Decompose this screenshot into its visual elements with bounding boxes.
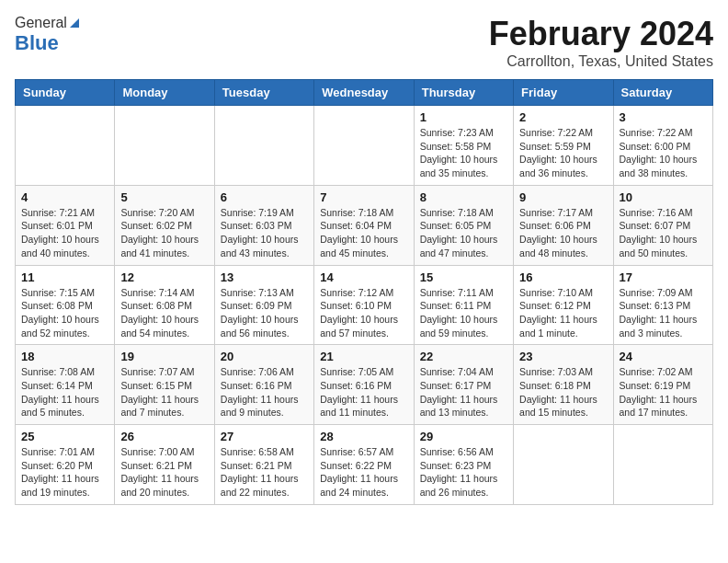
day-info: Sunrise: 7:22 AM Sunset: 6:00 PM Dayligh… xyxy=(620,126,707,180)
day-info: Sunrise: 7:20 AM Sunset: 6:02 PM Dayligh… xyxy=(120,206,208,260)
day-number: 14 xyxy=(320,270,407,284)
day-number: 29 xyxy=(420,430,507,443)
day-number: 5 xyxy=(120,190,208,204)
calendar-cell: 10Sunrise: 7:16 AM Sunset: 6:07 PM Dayli… xyxy=(613,185,712,265)
day-info: Sunrise: 7:03 AM Sunset: 6:18 PM Dayligh… xyxy=(519,365,607,419)
calendar-cell: 17Sunrise: 7:09 AM Sunset: 6:13 PM Dayli… xyxy=(613,265,712,345)
calendar-cell xyxy=(115,106,214,186)
day-info: Sunrise: 7:18 AM Sunset: 6:05 PM Dayligh… xyxy=(420,206,507,260)
day-info: Sunrise: 7:14 AM Sunset: 6:08 PM Dayligh… xyxy=(120,286,208,340)
day-number: 16 xyxy=(519,270,607,284)
day-of-week-header: Saturday xyxy=(613,80,712,106)
day-info: Sunrise: 7:05 AM Sunset: 6:16 PM Dayligh… xyxy=(320,365,407,419)
day-info: Sunrise: 7:22 AM Sunset: 5:59 PM Dayligh… xyxy=(519,126,607,180)
logo: General Blue xyxy=(15,15,81,55)
day-info: Sunrise: 7:15 AM Sunset: 6:08 PM Dayligh… xyxy=(21,286,108,340)
logo-blue-text: Blue xyxy=(15,31,59,55)
day-number: 27 xyxy=(221,430,308,443)
day-of-week-header: Tuesday xyxy=(214,80,313,106)
calendar-cell: 19Sunrise: 7:07 AM Sunset: 6:15 PM Dayli… xyxy=(115,345,214,425)
day-info: Sunrise: 7:21 AM Sunset: 6:01 PM Dayligh… xyxy=(21,206,108,260)
day-info: Sunrise: 6:58 AM Sunset: 6:21 PM Dayligh… xyxy=(221,445,308,500)
calendar-cell: 9Sunrise: 7:17 AM Sunset: 6:06 PM Daylig… xyxy=(514,185,613,265)
day-number: 1 xyxy=(420,110,507,124)
calendar-cell xyxy=(514,425,613,505)
day-info: Sunrise: 7:16 AM Sunset: 6:07 PM Dayligh… xyxy=(620,206,707,260)
day-number: 23 xyxy=(519,350,607,363)
day-of-week-header: Thursday xyxy=(414,80,513,106)
calendar-cell: 5Sunrise: 7:20 AM Sunset: 6:02 PM Daylig… xyxy=(115,185,214,265)
day-info: Sunrise: 7:02 AM Sunset: 6:19 PM Dayligh… xyxy=(620,365,707,419)
calendar-cell: 11Sunrise: 7:15 AM Sunset: 6:08 PM Dayli… xyxy=(16,265,115,345)
day-number: 4 xyxy=(21,190,108,204)
calendar-body: 1Sunrise: 7:23 AM Sunset: 5:58 PM Daylig… xyxy=(16,106,713,505)
subtitle: Carrollton, Texas, United States xyxy=(489,53,713,70)
title-section: February 2024 Carrollton, Texas, United … xyxy=(489,15,713,70)
day-info: Sunrise: 7:09 AM Sunset: 6:13 PM Dayligh… xyxy=(620,286,707,340)
day-number: 2 xyxy=(519,110,607,124)
calendar-cell: 27Sunrise: 6:58 AM Sunset: 6:21 PM Dayli… xyxy=(214,425,313,505)
calendar-cell: 21Sunrise: 7:05 AM Sunset: 6:16 PM Dayli… xyxy=(314,345,414,425)
calendar: SundayMondayTuesdayWednesdayThursdayFrid… xyxy=(15,79,713,505)
calendar-cell: 24Sunrise: 7:02 AM Sunset: 6:19 PM Dayli… xyxy=(613,345,712,425)
calendar-cell: 13Sunrise: 7:13 AM Sunset: 6:09 PM Dayli… xyxy=(214,265,313,345)
header: General Blue February 2024 Carrollton, T… xyxy=(15,15,713,70)
day-header-row: SundayMondayTuesdayWednesdayThursdayFrid… xyxy=(16,80,713,106)
calendar-week-row: 11Sunrise: 7:15 AM Sunset: 6:08 PM Dayli… xyxy=(16,265,713,345)
day-number: 6 xyxy=(221,190,308,204)
day-of-week-header: Monday xyxy=(115,80,214,106)
day-number: 25 xyxy=(21,430,108,443)
calendar-header: SundayMondayTuesdayWednesdayThursdayFrid… xyxy=(16,80,713,106)
day-number: 12 xyxy=(120,270,208,284)
main-title: February 2024 xyxy=(489,15,713,53)
calendar-cell xyxy=(16,106,115,186)
calendar-cell: 28Sunrise: 6:57 AM Sunset: 6:22 PM Dayli… xyxy=(314,425,414,505)
calendar-cell xyxy=(314,106,414,186)
day-info: Sunrise: 7:07 AM Sunset: 6:15 PM Dayligh… xyxy=(120,365,208,419)
day-number: 26 xyxy=(120,430,208,443)
day-info: Sunrise: 7:08 AM Sunset: 6:14 PM Dayligh… xyxy=(21,365,108,419)
calendar-week-row: 25Sunrise: 7:01 AM Sunset: 6:20 PM Dayli… xyxy=(16,425,713,505)
day-info: Sunrise: 7:11 AM Sunset: 6:11 PM Dayligh… xyxy=(420,286,507,340)
calendar-cell: 6Sunrise: 7:19 AM Sunset: 6:03 PM Daylig… xyxy=(214,185,313,265)
day-info: Sunrise: 7:12 AM Sunset: 6:10 PM Dayligh… xyxy=(320,286,407,340)
logo-general-text: General xyxy=(15,15,67,31)
day-number: 22 xyxy=(420,350,507,363)
day-of-week-header: Friday xyxy=(514,80,613,106)
calendar-week-row: 4Sunrise: 7:21 AM Sunset: 6:01 PM Daylig… xyxy=(16,185,713,265)
day-info: Sunrise: 7:00 AM Sunset: 6:21 PM Dayligh… xyxy=(120,445,208,500)
day-info: Sunrise: 7:04 AM Sunset: 6:17 PM Dayligh… xyxy=(420,365,507,419)
day-info: Sunrise: 7:18 AM Sunset: 6:04 PM Dayligh… xyxy=(320,206,407,260)
logo-triangle-icon xyxy=(68,17,81,29)
day-info: Sunrise: 7:01 AM Sunset: 6:20 PM Dayligh… xyxy=(21,445,108,500)
day-number: 15 xyxy=(420,270,507,284)
calendar-cell: 12Sunrise: 7:14 AM Sunset: 6:08 PM Dayli… xyxy=(115,265,214,345)
day-number: 9 xyxy=(519,190,607,204)
calendar-cell: 8Sunrise: 7:18 AM Sunset: 6:05 PM Daylig… xyxy=(414,185,513,265)
calendar-cell: 20Sunrise: 7:06 AM Sunset: 6:16 PM Dayli… xyxy=(214,345,313,425)
day-number: 10 xyxy=(620,190,707,204)
calendar-cell: 23Sunrise: 7:03 AM Sunset: 6:18 PM Dayli… xyxy=(514,345,613,425)
calendar-cell: 4Sunrise: 7:21 AM Sunset: 6:01 PM Daylig… xyxy=(16,185,115,265)
calendar-week-row: 1Sunrise: 7:23 AM Sunset: 5:58 PM Daylig… xyxy=(16,106,713,186)
day-info: Sunrise: 7:13 AM Sunset: 6:09 PM Dayligh… xyxy=(221,286,308,340)
day-info: Sunrise: 7:10 AM Sunset: 6:12 PM Dayligh… xyxy=(519,286,607,340)
calendar-cell: 18Sunrise: 7:08 AM Sunset: 6:14 PM Dayli… xyxy=(16,345,115,425)
day-number: 19 xyxy=(120,350,208,363)
day-number: 11 xyxy=(21,270,108,284)
calendar-cell: 15Sunrise: 7:11 AM Sunset: 6:11 PM Dayli… xyxy=(414,265,513,345)
day-info: Sunrise: 7:19 AM Sunset: 6:03 PM Dayligh… xyxy=(221,206,308,260)
calendar-cell xyxy=(214,106,313,186)
day-number: 13 xyxy=(221,270,308,284)
calendar-cell: 1Sunrise: 7:23 AM Sunset: 5:58 PM Daylig… xyxy=(414,106,513,186)
day-number: 17 xyxy=(620,270,707,284)
calendar-week-row: 18Sunrise: 7:08 AM Sunset: 6:14 PM Dayli… xyxy=(16,345,713,425)
day-number: 21 xyxy=(320,350,407,363)
day-info: Sunrise: 7:06 AM Sunset: 6:16 PM Dayligh… xyxy=(221,365,308,419)
day-info: Sunrise: 7:17 AM Sunset: 6:06 PM Dayligh… xyxy=(519,206,607,260)
day-number: 24 xyxy=(620,350,707,363)
calendar-cell: 25Sunrise: 7:01 AM Sunset: 6:20 PM Dayli… xyxy=(16,425,115,505)
day-number: 8 xyxy=(420,190,507,204)
calendar-cell: 3Sunrise: 7:22 AM Sunset: 6:00 PM Daylig… xyxy=(613,106,712,186)
day-number: 18 xyxy=(21,350,108,363)
